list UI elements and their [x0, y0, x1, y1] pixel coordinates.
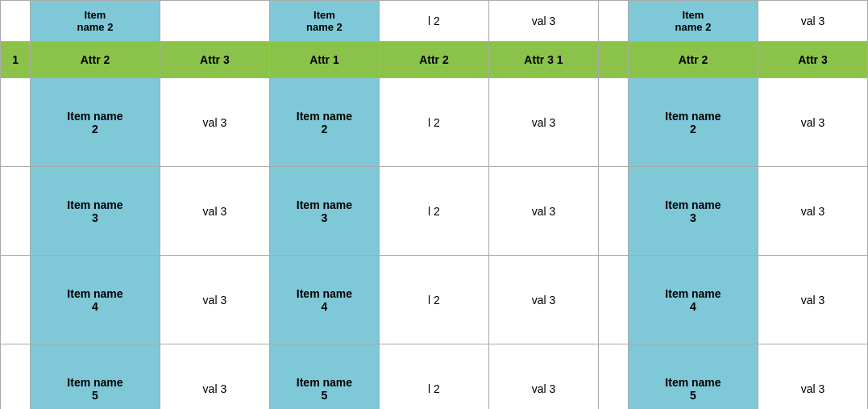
partial-attr3: val 3	[488, 1, 598, 42]
name-cell: Item name5	[629, 344, 758, 410]
val-cell: val 3	[160, 344, 269, 410]
main-table: Itemname 2 Itemname 2 l 2 val 3 Itemname…	[0, 0, 868, 409]
name-cell: Item name4	[269, 256, 379, 344]
val-cell: val 3	[758, 256, 867, 344]
val-cell: val 3	[488, 167, 598, 256]
header-col-num2	[599, 42, 629, 78]
partial-cell-num	[1, 1, 31, 42]
num-cell	[599, 344, 629, 410]
num-cell	[1, 78, 31, 167]
header-col-attr3c: Attr 3	[758, 42, 867, 78]
partial-val-cell	[160, 1, 269, 42]
table-row: Item name5val 3Item name5l 2val 3Item na…	[1, 344, 868, 410]
num-cell	[1, 256, 31, 344]
partial-num2	[599, 1, 629, 42]
val-cell: val 3	[758, 167, 867, 256]
name-cell: Item name3	[269, 167, 379, 256]
partial-attr2: l 2	[379, 1, 488, 42]
name-cell: Item name3	[31, 167, 160, 256]
name-cell: Item name5	[31, 344, 160, 410]
table-body: Item name2val 3Item name2l 2val 3Item na…	[1, 78, 868, 410]
val-cell: val 3	[160, 256, 269, 344]
val-cell: val 3	[160, 167, 269, 256]
header-col-attr2a: Attr 2	[31, 42, 160, 78]
val-cell: val 3	[488, 344, 598, 410]
val-cell: l 2	[379, 344, 488, 410]
partial-row: Itemname 2 Itemname 2 l 2 val 3 Itemname…	[1, 1, 868, 42]
header-col-num1: 1	[1, 42, 31, 78]
num-cell	[599, 256, 629, 344]
num-cell	[599, 167, 629, 256]
name-cell: Item name3	[629, 167, 758, 256]
num-cell	[599, 78, 629, 167]
table-row: Item name2val 3Item name2l 2val 3Item na…	[1, 78, 868, 167]
partial-name-cell: Itemname 2	[31, 1, 160, 42]
name-cell: Item name2	[629, 78, 758, 167]
header-row: 1 Attr 2 Attr 3 Attr 1 Attr 2 Attr 3 1 A…	[1, 42, 868, 78]
num-cell	[1, 167, 31, 256]
name-cell: Item name4	[31, 256, 160, 344]
header-col-attr1b: Attr 1	[269, 42, 379, 78]
val-cell: val 3	[758, 344, 867, 410]
name-cell: Item name2	[31, 78, 160, 167]
header-col-attr2c: Attr 2	[629, 42, 758, 78]
val-cell: val 3	[488, 256, 598, 344]
table-row: Item name4val 3Item name4l 2val 3Item na…	[1, 256, 868, 344]
header-col-attr3b: Attr 3 1	[488, 42, 598, 78]
val-cell: val 3	[488, 78, 598, 167]
name-cell: Item name2	[269, 78, 379, 167]
partial-name-cell2: Itemname 2	[269, 1, 379, 42]
partial-attr3c: val 3	[758, 1, 867, 42]
table-row: Item name3val 3Item name3l 2val 3Item na…	[1, 167, 868, 256]
val-cell: l 2	[379, 256, 488, 344]
val-cell: val 3	[758, 78, 867, 167]
name-cell: Item name4	[629, 256, 758, 344]
name-cell: Item name5	[269, 344, 379, 410]
header-col-attr3a: Attr 3	[160, 42, 269, 78]
num-cell	[1, 344, 31, 410]
header-col-attr2b: Attr 2	[379, 42, 488, 78]
val-cell: l 2	[379, 167, 488, 256]
val-cell: l 2	[379, 78, 488, 167]
val-cell: val 3	[160, 78, 269, 167]
partial-name-cell3: Itemname 2	[629, 1, 758, 42]
table-wrapper: Itemname 2 Itemname 2 l 2 val 3 Itemname…	[0, 0, 868, 409]
